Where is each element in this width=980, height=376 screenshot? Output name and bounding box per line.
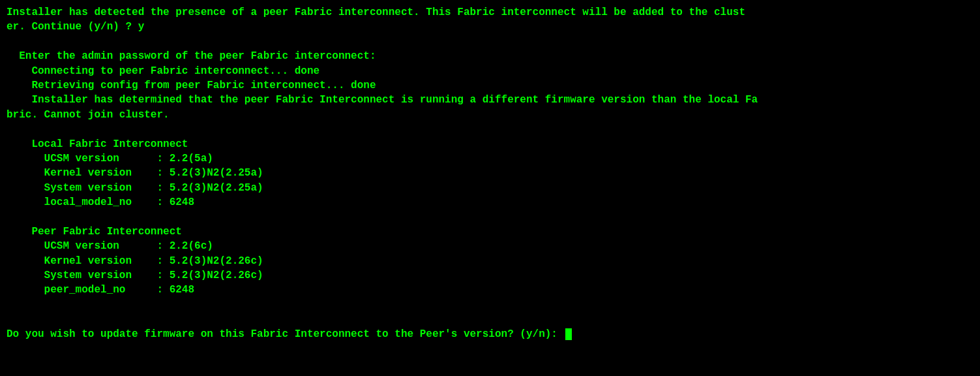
- terminal-line: Kernel version : 5.2(3)N2(2.25a): [7, 166, 973, 180]
- terminal-line: [7, 210, 973, 224]
- terminal-line: peer_model_no : 6248: [7, 283, 973, 297]
- terminal-line: Local Fabric Interconnect: [7, 137, 973, 151]
- terminal-line: Connecting to peer Fabric interconnect..…: [7, 64, 973, 78]
- terminal-line: Enter the admin password of the peer Fab…: [7, 49, 973, 63]
- terminal-line: Installer has determined that the peer F…: [7, 93, 973, 107]
- terminal-line: local_model_no : 6248: [7, 195, 973, 210]
- terminal-line: Do you wish to update firmware on this F…: [7, 327, 973, 341]
- terminal-line: System version : 5.2(3)N2(2.25a): [7, 181, 973, 195]
- terminal-line: System version : 5.2(3)N2(2.26c): [7, 268, 973, 283]
- terminal-line: UCSM version : 2.2(6c): [7, 239, 973, 253]
- terminal-line: bric. Cannot join cluster.: [7, 108, 973, 122]
- terminal-line: Retrieving config from peer Fabric inter…: [7, 78, 973, 93]
- terminal-line: [7, 122, 973, 136]
- terminal-cursor: [565, 328, 572, 340]
- terminal-line: Kernel version : 5.2(3)N2(2.26c): [7, 254, 973, 268]
- terminal-line: er. Continue (y/n) ? y: [7, 20, 973, 34]
- terminal-window[interactable]: Installer has detected the presence of a…: [7, 5, 973, 376]
- terminal-line: Installer has detected the presence of a…: [7, 5, 973, 20]
- terminal-line: UCSM version : 2.2(5a): [7, 151, 973, 166]
- terminal-line: [7, 298, 973, 312]
- terminal-line: [7, 312, 973, 326]
- terminal-line: [7, 35, 973, 49]
- terminal-line: Peer Fabric Interconnect: [7, 225, 973, 239]
